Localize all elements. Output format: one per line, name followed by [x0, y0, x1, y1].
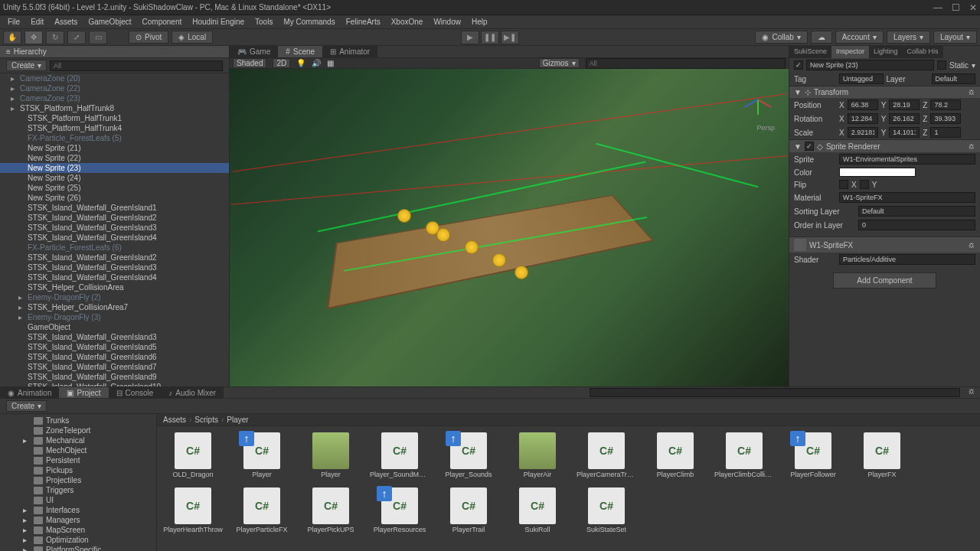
tag-dropdown[interactable]: Untagged [839, 73, 884, 84]
create-dropdown[interactable]: Create ▾ [6, 60, 47, 71]
rot-z[interactable] [930, 113, 961, 124]
asset-item[interactable]: C#PlayerParticleFX [232, 487, 292, 533]
folder-item[interactable]: Pickups [0, 465, 156, 475]
folder-item[interactable]: MechObject [0, 445, 156, 455]
2d-toggle[interactable]: 2D [273, 58, 290, 68]
play-icon[interactable]: ▶ [461, 31, 479, 44]
asset-item[interactable]: C#↑Player [232, 432, 292, 478]
asset-item[interactable]: C#↑Player_Sounds [439, 432, 498, 478]
hierarchy-item[interactable]: STSK_Island_Waterfall_GreenIsland2 [0, 253, 229, 262]
asset-item[interactable]: C#OLD_Dragon [163, 432, 223, 478]
sorting-dropdown[interactable]: Default [858, 206, 975, 217]
project-create-dropdown[interactable]: Create ▾ [6, 400, 47, 412]
menu-assets[interactable]: Assets [50, 16, 82, 28]
project-options-icon[interactable]: ⛭ [963, 387, 980, 398]
animation-tab[interactable]: ◉Animation [0, 387, 59, 398]
scale-z[interactable] [930, 127, 961, 138]
menu-gameobject[interactable]: GameObject [83, 16, 136, 28]
hierarchy-item[interactable]: ▸STSK_Helper_CollisionArea7 [0, 302, 229, 312]
folder-item[interactable]: ▸Mechanical [0, 435, 156, 445]
rot-y[interactable] [889, 113, 920, 124]
hand-tool-icon[interactable]: ✋ [3, 31, 21, 44]
step-icon[interactable]: ▶❚ [501, 31, 519, 44]
local-toggle[interactable]: ◈Local [172, 31, 213, 44]
folder-item[interactable]: Triggers [0, 485, 156, 495]
menu-component[interactable]: Component [138, 16, 187, 28]
close-icon[interactable]: ✕ [969, 2, 977, 13]
shader-header[interactable]: W1-SpriteFX ⛭ [789, 236, 980, 253]
hierarchy-item[interactable]: STSK_Platform_HalfTrunk1 [0, 113, 229, 123]
add-component-button[interactable]: Add Component [833, 272, 936, 289]
sprite-field[interactable]: W1-EnviromentalSprites [839, 154, 975, 165]
menu-my-commands[interactable]: My Commands [279, 16, 339, 28]
folder-item[interactable]: UI [0, 495, 156, 505]
static-checkbox[interactable] [937, 60, 946, 70]
console-tab[interactable]: ⊟Console [109, 387, 162, 398]
hierarchy-item[interactable]: STSK_Island_Waterfall_GreenIsland9 [0, 372, 229, 382]
menu-tools[interactable]: Tools [250, 16, 277, 28]
hierarchy-item[interactable]: ▸Enemy-DragonFly (2) [0, 292, 229, 302]
hierarchy-item[interactable]: STSK_Helper_CollisionArea [0, 282, 229, 292]
hierarchy-item[interactable]: ▸CameraZone (22) [0, 83, 229, 93]
hierarchy-item[interactable]: FX-Particle_ForestLeafs (5) [0, 133, 229, 143]
asset-item[interactable]: C#PlayerClimbCollid... [714, 432, 774, 478]
asset-item[interactable]: C#Player_SoundMat... [370, 432, 430, 478]
menu-file[interactable]: File [3, 16, 24, 28]
folder-item[interactable]: ▸Optimization [0, 535, 156, 545]
scene-tab[interactable]: #Scene [278, 46, 322, 57]
hierarchy-item[interactable]: STSK_Island_Waterfall_GreenIsland1 [0, 203, 229, 213]
hierarchy-item[interactable]: ▸Enemy-DragonFly (3) [0, 312, 229, 322]
hierarchy-item[interactable]: New Sprite (25) [0, 183, 229, 193]
scale-y[interactable] [889, 127, 920, 138]
folder-item[interactable]: ▸Interfaces [0, 505, 156, 515]
move-tool-icon[interactable]: ✥ [24, 31, 43, 44]
object-name-field[interactable] [806, 60, 934, 70]
scale-tool-icon[interactable]: ⤢ [67, 31, 86, 44]
asset-item[interactable]: C#↑PlayerResources [370, 487, 430, 533]
inspector-tab-collab his[interactable]: Collab His [903, 46, 943, 58]
hierarchy-item[interactable]: New Sprite (24) [0, 173, 229, 183]
inspector-tab-inspector[interactable]: Inspector [831, 46, 869, 58]
color-field[interactable] [839, 168, 916, 177]
order-field[interactable] [858, 220, 975, 230]
hierarchy-item[interactable]: ▸CameraZone (23) [0, 93, 229, 103]
project-search[interactable] [590, 388, 960, 397]
hierarchy-item[interactable]: New Sprite (21) [0, 143, 229, 153]
menu-felinearts[interactable]: FelineArts [341, 16, 385, 28]
asset-item[interactable]: C#PlayerFX [852, 432, 912, 478]
asset-item[interactable]: C#PlayerHearthThrow [163, 487, 223, 533]
asset-item[interactable]: C#↑PlayerFollower [783, 432, 843, 478]
breadcrumb-item[interactable]: Scripts [194, 416, 218, 424]
scale-x[interactable] [848, 127, 878, 138]
hierarchy-search[interactable] [50, 60, 223, 71]
scene-viewport[interactable]: Persp [230, 69, 789, 386]
gizmos-dropdown[interactable]: Gizmos ▾ [539, 58, 580, 68]
project-tab[interactable]: ▣Project [59, 387, 108, 398]
hierarchy-item[interactable]: STSK_Island_Waterfall_GreenIsland3 [0, 223, 229, 233]
asset-item[interactable]: C#SukiStateSet [577, 487, 636, 533]
hierarchy-item[interactable]: New Sprite (26) [0, 193, 229, 203]
material-field[interactable]: W1-SpriteFX [839, 192, 975, 203]
scene-search[interactable] [586, 58, 786, 69]
rot-x[interactable] [848, 113, 878, 124]
hierarchy-item[interactable]: STSK_Island_Waterfall_GreenIsland3 [0, 332, 229, 342]
pause-icon[interactable]: ❚❚ [481, 31, 499, 44]
hierarchy-item[interactable]: STSK_Island_Waterfall_GreenIsland5 [0, 342, 229, 352]
pivot-toggle[interactable]: ⊙Pivot [129, 31, 168, 44]
rotate-tool-icon[interactable]: ↻ [46, 31, 64, 44]
folder-item[interactable]: ▸Managers [0, 515, 156, 525]
asset-grid[interactable]: C#OLD_DragonC#↑PlayerPlayerC#Player_Soun… [157, 426, 980, 551]
layers-dropdown[interactable]: Layers▾ [887, 31, 930, 44]
hierarchy-item[interactable]: GameObject [0, 322, 229, 332]
game-tab[interactable]: 🎮Game [230, 46, 278, 57]
layout-dropdown[interactable]: Layout▾ [933, 31, 977, 44]
animator-tab[interactable]: ⊞Animator [322, 46, 377, 57]
orientation-gizmo[interactable] [735, 77, 781, 122]
flip-x[interactable] [839, 180, 848, 189]
hierarchy-item[interactable]: STSK_Island_Waterfall_GreenIsland4 [0, 233, 229, 243]
asset-item[interactable]: C#SukiRoll [508, 487, 567, 533]
folder-tree[interactable]: TrunksZoneTeleport▸MechanicalMechObjectP… [0, 414, 157, 551]
shader-dropdown[interactable]: Particles/Additive [839, 254, 975, 265]
folder-item[interactable]: ZoneTeleport [0, 425, 156, 435]
hierarchy-item[interactable]: ▸CameraZone (20) [0, 73, 229, 83]
